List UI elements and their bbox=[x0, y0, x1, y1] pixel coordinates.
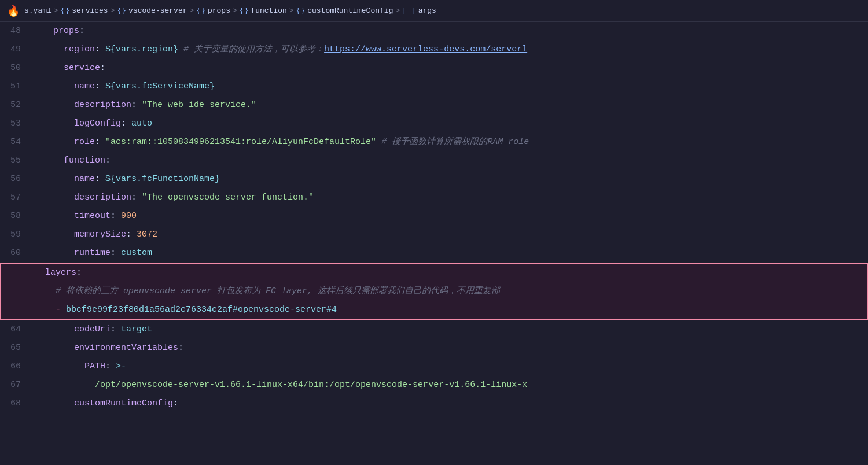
code-line: 59 memorySize: 3072 bbox=[0, 226, 868, 244]
code-line: 48 props: bbox=[0, 22, 868, 40]
line-content: role: "acs:ram::1050834996213541:role/Al… bbox=[30, 133, 868, 152]
line-number: 60 bbox=[0, 244, 30, 263]
line-number: 68 bbox=[0, 394, 30, 413]
line-number: 54 bbox=[0, 133, 30, 152]
line-number: 65 bbox=[0, 339, 30, 357]
line-content: runtime: custom bbox=[30, 244, 868, 263]
code-line: 60 runtime: custom bbox=[0, 244, 868, 263]
line-number: 67 bbox=[0, 376, 30, 394]
line-content: PATH: >- bbox=[30, 357, 868, 376]
line-content: props: bbox=[30, 22, 868, 40]
code-line: 57 description: "The openvscode server f… bbox=[0, 189, 868, 207]
line-content: logConfig: auto bbox=[30, 115, 868, 133]
line-content: timeout: 900 bbox=[30, 207, 868, 226]
line-content: # 将依赖的三方 openvscode server 打包发布为 FC laye… bbox=[1, 282, 867, 301]
line-number: 53 bbox=[0, 115, 30, 133]
breadcrumb-bar: 🔥 s.yaml > {} services > {} vscode-serve… bbox=[0, 0, 868, 22]
breadcrumb-custom-runtime[interactable]: customRuntimeConfig bbox=[307, 6, 393, 15]
line-number: 66 bbox=[0, 357, 30, 376]
line-number: 48 bbox=[0, 22, 30, 40]
code-line: 65 environmentVariables: bbox=[0, 339, 868, 357]
line-content: - bbcf9e99f23f80d1a56ad2c76334c2af#openv… bbox=[1, 301, 867, 319]
breadcrumb-vscode-server[interactable]: vscode-server bbox=[128, 6, 187, 15]
code-line: 62 # 将依赖的三方 openvscode server 打包发布为 FC l… bbox=[0, 282, 868, 301]
line-number: 64 bbox=[0, 320, 30, 339]
breadcrumb-filename[interactable]: s.yaml bbox=[24, 6, 52, 15]
line-content: description: "The web ide service." bbox=[30, 96, 868, 115]
code-line: 56 name: ${vars.fcFunctionName} bbox=[0, 170, 868, 189]
breadcrumb-services[interactable]: services bbox=[72, 6, 108, 15]
line-content: name: ${vars.fcServiceName} bbox=[30, 78, 868, 96]
line-content: layers: bbox=[1, 264, 867, 282]
code-line: 67 /opt/openvscode-server-v1.66.1-linux-… bbox=[0, 376, 868, 394]
code-line: 52 description: "The web ide service." bbox=[0, 96, 868, 115]
line-content: memorySize: 3072 bbox=[30, 226, 868, 244]
line-number: 49 bbox=[0, 40, 30, 59]
breadcrumb-function[interactable]: function bbox=[251, 6, 286, 15]
code-line: 64 codeUri: target bbox=[0, 320, 868, 339]
code-line: 55 function: bbox=[0, 152, 868, 170]
file-icon: 🔥 bbox=[7, 5, 20, 17]
line-number: 51 bbox=[0, 78, 30, 96]
code-line: 58 timeout: 900 bbox=[0, 207, 868, 226]
code-line: 53 logConfig: auto bbox=[0, 115, 868, 133]
code-line: 68 customRuntimeConfig: bbox=[0, 394, 868, 413]
code-line: 54 role: "acs:ram::1050834996213541:role… bbox=[0, 133, 868, 152]
code-line: 51 name: ${vars.fcServiceName} bbox=[0, 78, 868, 96]
breadcrumb-props[interactable]: props bbox=[208, 6, 230, 15]
line-content: description: "The openvscode server func… bbox=[30, 189, 868, 207]
breadcrumb-args[interactable]: args bbox=[418, 6, 436, 15]
line-content: environmentVariables: bbox=[30, 339, 868, 357]
line-content: customRuntimeConfig: bbox=[30, 394, 868, 413]
code-line: 50 service: bbox=[0, 59, 868, 78]
line-number: 52 bbox=[0, 96, 30, 115]
line-number: 55 bbox=[0, 152, 30, 170]
line-content: name: ${vars.fcFunctionName} bbox=[30, 170, 868, 189]
line-number: 59 bbox=[0, 226, 30, 244]
code-area: 48 props:49 region: ${vars.region} # 关于变… bbox=[0, 22, 868, 465]
code-line: 61 layers: bbox=[0, 263, 868, 282]
line-content: region: ${vars.region} # 关于变量的使用方法，可以参考：… bbox=[30, 40, 868, 59]
line-content: /opt/openvscode-server-v1.66.1-linux-x64… bbox=[30, 376, 868, 394]
line-number: 57 bbox=[0, 189, 30, 207]
code-line: 63 - bbcf9e99f23f80d1a56ad2c76334c2af#op… bbox=[0, 301, 868, 320]
line-content: codeUri: target bbox=[30, 320, 868, 339]
line-number: 50 bbox=[0, 59, 30, 78]
code-line: 66 PATH: >- bbox=[0, 357, 868, 376]
line-number: 56 bbox=[0, 170, 30, 189]
code-line: 49 region: ${vars.region} # 关于变量的使用方法，可以… bbox=[0, 40, 868, 59]
line-content: function: bbox=[30, 152, 868, 170]
line-number: 58 bbox=[0, 207, 30, 226]
line-content: service: bbox=[30, 59, 868, 78]
